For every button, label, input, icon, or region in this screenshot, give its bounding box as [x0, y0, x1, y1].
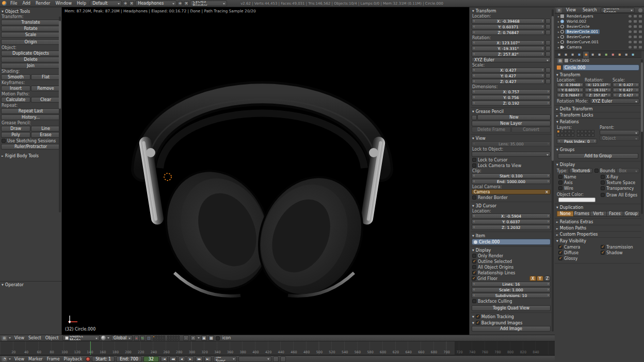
visibility-eye-icon[interactable] — [629, 15, 632, 18]
bounds-type-dropdown[interactable]: Box — [616, 168, 639, 173]
properties-tab[interactable] — [623, 51, 630, 58]
scale-field[interactable]: X: 0.427 — [613, 83, 639, 87]
repeat-last-button[interactable]: Repeat Last — [1, 108, 60, 114]
animate-property-button[interactable] — [545, 46, 551, 51]
relations-extras-panel-header[interactable]: Relations Extras — [555, 219, 641, 225]
selectable-arrow-icon[interactable] — [634, 46, 637, 48]
layer-toggle[interactable] — [178, 338, 180, 340]
lock-icon[interactable] — [183, 335, 189, 341]
remove-keyframe-button[interactable]: Remove — [31, 86, 60, 91]
duplication-option[interactable]: Group — [623, 211, 640, 217]
screen-layout-dropdown[interactable]: Default — [90, 1, 122, 6]
expand-icon[interactable] — [558, 35, 559, 39]
properties-tab[interactable] — [616, 51, 623, 58]
renderable-camera-icon[interactable] — [639, 36, 642, 38]
grease-pencil-panel-header[interactable]: Grease Pencil — [471, 108, 552, 114]
play-button[interactable] — [187, 356, 194, 362]
grid-subdivisions-field[interactable]: Subdivisions: 10 — [472, 293, 551, 298]
outliner-item-label[interactable]: World.002 — [565, 19, 588, 24]
layer-toggle[interactable] — [153, 338, 155, 340]
object-name-field[interactable]: Circle.000 — [472, 239, 551, 245]
ray-visibility-checkbox[interactable]: Diffuse — [557, 250, 597, 255]
groups-panel-header[interactable]: Groups — [555, 146, 641, 153]
visibility-eye-icon[interactable] — [629, 20, 632, 23]
duplication-option[interactable]: Frames — [573, 211, 590, 217]
rotate-manipulator-icon[interactable] — [140, 336, 145, 341]
animate-property-button[interactable] — [545, 19, 551, 24]
expand-icon[interactable] — [558, 14, 559, 19]
toggle-quad-view-button[interactable]: Toggle Quad View — [472, 305, 551, 311]
animate-property-button[interactable] — [545, 40, 551, 45]
menu-item[interactable]: Playback — [62, 357, 85, 361]
motion-tracking-checkbox[interactable] — [476, 315, 480, 319]
layer-toggle[interactable] — [581, 134, 584, 137]
rotate-button[interactable]: Rotate — [1, 26, 60, 31]
layer-toggle[interactable] — [158, 338, 160, 340]
display-option-checkbox[interactable]: Relationship Lines — [471, 270, 552, 275]
operator-panel-header[interactable]: Operator — [0, 282, 61, 288]
parent-field[interactable] — [600, 130, 639, 135]
menu-item[interactable]: Render — [33, 1, 53, 6]
motion-tracking-panel-header[interactable]: Motion Tracking — [471, 314, 552, 320]
outliner-item[interactable]: BezierCircle — [555, 24, 644, 29]
layer-toggle[interactable] — [584, 130, 587, 133]
layer-toggle[interactable] — [163, 338, 165, 340]
scale-button[interactable]: Scale — [1, 32, 60, 38]
lens-field[interactable]: Lens: 35.000 — [472, 141, 551, 146]
layer-toggle[interactable] — [163, 336, 165, 338]
jump-to-start-button[interactable] — [160, 356, 168, 362]
object-color-swatch[interactable] — [558, 198, 595, 202]
obj-display-panel-header[interactable]: Display — [555, 161, 641, 168]
layer-toggle[interactable] — [564, 130, 567, 133]
properties-tab[interactable] — [630, 51, 636, 58]
menu-item[interactable]: File — [8, 1, 20, 6]
render-engine-dropdown[interactable]: Cycles Render — [190, 1, 227, 6]
display-option-checkbox[interactable]: Texture Space — [599, 180, 639, 185]
grid-floor-checkbox[interactable]: Grid Floor — [472, 276, 529, 281]
properties-tab[interactable] — [569, 51, 576, 58]
frame-start-field[interactable]: Start: 1 — [92, 356, 115, 362]
layer-toggle[interactable] — [591, 130, 594, 133]
properties-tab[interactable] — [576, 51, 583, 58]
outliner-view-menu[interactable]: View — [564, 8, 578, 12]
menu-item[interactable]: Frame — [45, 357, 62, 361]
item-panel-header[interactable]: Item — [471, 233, 552, 239]
scene-dropdown[interactable]: Headphones — [135, 1, 176, 6]
bounds-checkbox[interactable]: Bounds — [593, 168, 616, 173]
rotation-mode-dropdown[interactable]: XYZ Euler — [590, 98, 640, 104]
expand-icon[interactable] — [558, 19, 559, 24]
grid-lines-field[interactable]: Lines: 16 — [472, 282, 551, 287]
layer-toggle[interactable] — [568, 130, 571, 133]
outliner-scope-dropdown[interactable]: Current Scene — [601, 8, 635, 13]
sync-dropdown[interactable]: No Sync — [213, 356, 237, 362]
cursor-location-field[interactable]: X: -0.5904 — [472, 213, 551, 219]
location-field[interactable]: Z: 0.76847 — [557, 93, 584, 97]
layer-toggle[interactable] — [571, 130, 574, 133]
snap-magnet-icon[interactable] — [190, 335, 196, 341]
outliner-item[interactable]: BezierCircle.001 — [555, 29, 644, 34]
layer-toggle[interactable] — [155, 336, 157, 338]
renderable-camera-icon[interactable] — [639, 25, 642, 28]
properties-tab[interactable] — [556, 51, 562, 58]
current-frame-line[interactable] — [90, 341, 91, 355]
visibility-eye-icon[interactable] — [629, 41, 632, 43]
menu-item[interactable]: Window — [53, 1, 74, 6]
display-option-checkbox[interactable]: All Object Origins — [471, 265, 552, 270]
outliner-item[interactable]: Camera — [555, 44, 644, 50]
grid-axis-toggle[interactable]: Z — [544, 276, 551, 281]
menu-item[interactable]: Object — [43, 336, 61, 340]
duplication-option[interactable]: Faces — [606, 211, 623, 217]
visibility-eye-icon[interactable] — [629, 46, 632, 48]
background-images-checkbox[interactable] — [476, 321, 480, 325]
expand-icon[interactable] — [558, 40, 559, 44]
use-sketching-sessions-checkbox[interactable]: Use Sketching Sessions — [0, 138, 61, 143]
insert-keyframe-button[interactable]: Insert — [1, 86, 30, 91]
display-option-checkbox[interactable]: Transparency — [599, 186, 639, 191]
display-option-checkbox[interactable]: Name — [557, 174, 597, 179]
display-panel-header[interactable]: Display — [471, 247, 552, 253]
menu-item[interactable]: Add — [20, 1, 33, 6]
rotation-field[interactable]: Z: 257.82° — [472, 52, 545, 57]
scale-field[interactable]: Z: 0.427 — [613, 93, 639, 97]
render-anim-icon[interactable] — [208, 335, 214, 341]
render-still-icon[interactable] — [201, 335, 207, 341]
